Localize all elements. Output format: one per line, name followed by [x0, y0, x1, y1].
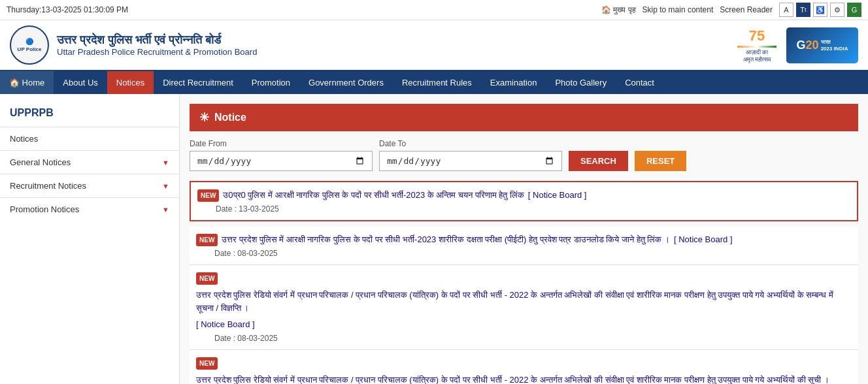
new-badge-2: NEW	[196, 234, 218, 246]
notice-item-2: NEW उत्तर प्रदेश पुलिस में आरक्षी नागरिक…	[190, 227, 858, 265]
top-bar-right: 🏠 मुख्य पृह Skip to main content Screen …	[601, 3, 861, 17]
notice-board-link-3[interactable]: [ Notice Board ]	[196, 318, 255, 331]
top-bar: Thursday:13-03-2025 01:30:09 PM 🏠 मुख्य …	[0, 0, 868, 20]
notice-star-icon: ✳	[199, 110, 209, 125]
nav-promotion[interactable]: Promotion	[242, 71, 299, 94]
header-titles: उत्तर प्रदेश पुलिस भर्ती एवं प्रोन्नति ब…	[57, 33, 257, 57]
search-button[interactable]: SEARCH	[569, 151, 628, 171]
azadi-badge: 75 आज़ादी काअमृत महोत्सव	[737, 27, 776, 63]
sidebar-title: UPPRPB	[0, 104, 179, 127]
notice-date-2: Date : 08-03-2025	[196, 249, 852, 258]
sidebar-item-notices[interactable]: Notices	[0, 127, 179, 150]
home-icon: 🏠	[601, 5, 611, 14]
notice-date-3: Date : 08-03-2025	[196, 334, 852, 343]
date-from-label: Date From	[190, 139, 373, 148]
nav-home[interactable]: 🏠 Home	[0, 71, 54, 94]
hindi-title: उत्तर प्रदेश पुलिस भर्ती एवं प्रोन्नति ब…	[57, 33, 257, 47]
date-to-input[interactable]	[379, 151, 562, 171]
site-logo: 🔵UP Police	[10, 25, 49, 65]
main-layout: UPPRPB Notices General Notices ▼ Recruit…	[0, 94, 868, 384]
sidebar-general-notices-label: General Notices	[10, 157, 71, 167]
search-form: Date From Date To SEARCH RESET	[190, 139, 858, 171]
notice-link-2[interactable]: उत्तर प्रदेश पुलिस में आरक्षी नागरिक पुल…	[222, 233, 670, 246]
notice-link-3[interactable]: उत्तर प्रदेश पुलिस रेडियो संवर्ग में प्र…	[196, 289, 852, 314]
content-area: ✳ Notice Date From Date To SEARCH RESET …	[180, 94, 868, 384]
date-from-group: Date From	[190, 139, 373, 171]
notice-title: Notice	[214, 112, 246, 123]
nav-direct-recruitment[interactable]: Direct Recruitment	[154, 71, 242, 94]
screen-reader-link[interactable]: Screen Reader	[720, 5, 773, 14]
sidebar-promotion-notices-label: Promotion Notices	[10, 204, 79, 214]
chevron-down-icon: ▼	[162, 159, 169, 167]
notice-text-3: NEW उत्तर प्रदेश पुलिस रेडियो संवर्ग में…	[196, 272, 852, 331]
home-link[interactable]: 🏠 मुख्य पृह	[601, 5, 636, 14]
new-badge-4: NEW	[196, 357, 218, 370]
notice-text-2: NEW उत्तर प्रदेश पुलिस में आरक्षी नागरिक…	[196, 233, 852, 246]
nav-examination[interactable]: Examination	[481, 71, 546, 94]
accessibility-button4[interactable]: G	[847, 3, 861, 17]
notice-item-1: NEW उ0प्र0 पुलिस में आरक्षी नागरिक पुलिस…	[190, 181, 858, 221]
date-to-label: Date To	[379, 139, 562, 148]
notice-link-4[interactable]: उत्तर प्रदेश पुलिस रेडियो संवर्ग में प्र…	[196, 374, 829, 385]
sidebar-recruitment-notices-label: Recruitment Notices	[10, 181, 86, 191]
accessibility-button3[interactable]: ⚙	[830, 3, 844, 17]
sidebar: UPPRPB Notices General Notices ▼ Recruit…	[0, 94, 180, 384]
site-header: 🔵UP Police उत्तर प्रदेश पुलिस भर्ती एवं …	[0, 20, 868, 71]
new-badge-1: NEW	[197, 189, 219, 202]
sidebar-notices-label: Notices	[10, 134, 38, 144]
chevron-down-icon3: ▼	[162, 206, 169, 214]
main-nav: 🏠 Home About Us Notices Direct Recruitme…	[0, 71, 868, 94]
nav-about-us[interactable]: About Us	[54, 71, 107, 94]
notice-item-4: NEW उत्तर प्रदेश पुलिस रेडियो संवर्ग में…	[190, 350, 858, 385]
notice-text-4: NEW उत्तर प्रदेश पुलिस रेडियो संवर्ग में…	[196, 357, 852, 385]
sidebar-item-promotion-notices[interactable]: Promotion Notices ▼	[0, 197, 179, 221]
nav-notices[interactable]: Notices	[107, 71, 154, 94]
notice-section-header: ✳ Notice	[190, 104, 858, 131]
sidebar-item-general-notices[interactable]: General Notices ▼	[0, 150, 179, 174]
datetime-label: Thursday:13-03-2025 01:30:09 PM	[7, 5, 128, 14]
header-badges: 75 आज़ादी काअमृत महोत्सव G20 भारत2023 IN…	[737, 27, 858, 63]
date-to-group: Date To	[379, 139, 562, 171]
notice-date-1: Date : 13-03-2025	[197, 204, 850, 214]
notice-text-1: NEW उ0प्र0 पुलिस में आरक्षी नागरिक पुलिस…	[197, 189, 850, 202]
new-badge-3: NEW	[196, 272, 218, 285]
notice-link-1[interactable]: उ0प्र0 पुलिस में आरक्षी नागरिक पुलिस के …	[223, 189, 524, 202]
contrast-button[interactable]: A	[779, 3, 793, 17]
accessibility-controls: A Tt ♿ ⚙ G	[779, 3, 861, 17]
nav-photo-gallery[interactable]: Photo Gallery	[546, 71, 616, 94]
chevron-down-icon2: ▼	[162, 182, 169, 190]
header-brand: 🔵UP Police उत्तर प्रदेश पुलिस भर्ती एवं …	[10, 25, 257, 65]
g20-badge: G20 भारत2023 INDIA	[786, 27, 858, 63]
sidebar-item-recruitment-notices[interactable]: Recruitment Notices ▼	[0, 174, 179, 197]
date-from-input[interactable]	[190, 151, 373, 171]
reset-button[interactable]: RESET	[635, 151, 686, 171]
notice-item-3: NEW उत्तर प्रदेश पुलिस रेडियो संवर्ग में…	[190, 265, 858, 350]
accessibility-button2[interactable]: ♿	[813, 3, 827, 17]
nav-contact[interactable]: Contact	[616, 71, 663, 94]
notice-board-link-2[interactable]: [ Notice Board ]	[674, 233, 733, 246]
notice-board-link-1[interactable]: [ Notice Board ]	[528, 189, 587, 202]
nav-government-orders[interactable]: Government Orders	[299, 71, 393, 94]
nav-recruitment-rules[interactable]: Recruitment Rules	[393, 71, 481, 94]
english-title: Uttar Pradesh Police Recruitment & Promo…	[57, 47, 257, 57]
skip-link[interactable]: Skip to main content	[643, 5, 714, 14]
font-size-button[interactable]: Tt	[796, 3, 810, 17]
